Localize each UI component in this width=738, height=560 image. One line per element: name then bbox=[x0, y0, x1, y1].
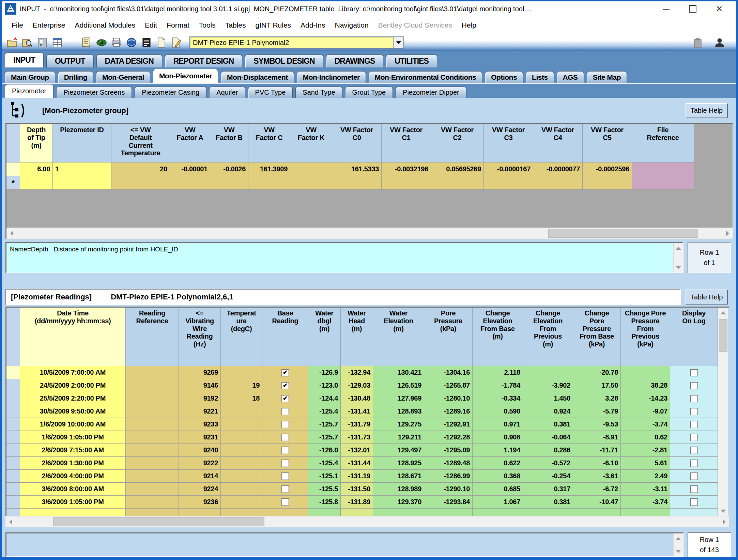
readings-cell-change-pore-pressure-from-base[interactable]: 17.50 bbox=[573, 379, 621, 392]
group-cell-vw-factor-a[interactable]: -0.00001 bbox=[170, 162, 210, 176]
preview-icon[interactable] bbox=[95, 36, 108, 49]
readings-cell-pore-pressure[interactable]: -1289.16 bbox=[424, 405, 473, 418]
readings-cell-change-elevation-from-previous[interactable] bbox=[523, 509, 573, 516]
readings-cell-change-pore-pressure-from-previous[interactable] bbox=[621, 366, 670, 379]
readings-cell-water-head[interactable]: -131.73 bbox=[341, 431, 373, 444]
group-cell-piezometer-id[interactable]: 1 bbox=[53, 162, 111, 176]
group-tab-drilling[interactable]: Drilling bbox=[58, 71, 93, 83]
combobox-dropdown-icon[interactable] bbox=[393, 37, 403, 48]
readings-cell-change-pore-pressure-from-base[interactable]: -20.78 bbox=[573, 366, 621, 379]
readings-cell-date-time[interactable]: 3/6/2009 1:05:00 PM bbox=[20, 496, 126, 509]
readings-cell-pore-pressure[interactable]: -1292.28 bbox=[424, 431, 473, 444]
readings-cell-vibrating-wire-reading[interactable]: 9236 bbox=[179, 496, 221, 509]
group-cell-vw-factor-c0[interactable] bbox=[332, 176, 382, 190]
readings-cell-water-elevation[interactable]: 128.989 bbox=[373, 483, 424, 496]
menu-file[interactable]: File bbox=[7, 19, 28, 31]
group-cell-vw-factor-c5[interactable] bbox=[583, 176, 632, 190]
readings-cell-date-time[interactable]: 30/5/2009 9:50:00 AM bbox=[20, 405, 126, 418]
readings-cell-water-head[interactable] bbox=[341, 509, 373, 516]
report-selector-combobox[interactable]: DMT-Piezo EPIE-1 Polynomial2 bbox=[189, 36, 404, 49]
readings-cell-change-pore-pressure-from-base[interactable]: -3.61 bbox=[573, 470, 621, 483]
readings-cell-change-pore-pressure-from-previous[interactable]: -9.07 bbox=[621, 405, 670, 418]
readings-cell-water-dbgl[interactable]: -124.4 bbox=[308, 392, 341, 405]
readings-cell-change-pore-pressure-from-base[interactable]: -9.53 bbox=[573, 418, 621, 431]
scroll-up-icon[interactable] bbox=[718, 308, 728, 318]
readings-cell-water-dbgl[interactable]: -125.4 bbox=[308, 405, 341, 418]
readings-cell-vibrating-wire-reading[interactable]: 9269 bbox=[179, 366, 221, 379]
readings-row-9-selector[interactable] bbox=[6, 470, 20, 483]
base-reading-checkbox[interactable] bbox=[281, 447, 289, 454]
scroll-down-icon[interactable] bbox=[674, 546, 683, 556]
group-cell-vw-default-current-temperature[interactable] bbox=[111, 176, 170, 190]
readings-cell-pore-pressure[interactable]: -1290.10 bbox=[424, 483, 473, 496]
readings-col-date-time[interactable]: Date Time (dd/mm/yyyy hh:mm:ss) bbox=[20, 308, 126, 366]
group-col-vw-factor-c1[interactable]: VW Factor C1 bbox=[382, 124, 431, 162]
group-cell-depth-of-tip[interactable]: 6.00 bbox=[20, 162, 53, 176]
readings-cell-water-head[interactable]: -131.79 bbox=[341, 418, 373, 431]
readings-cell-display-on-log[interactable] bbox=[670, 457, 718, 470]
group-cell-vw-factor-c[interactable]: 161.3909 bbox=[248, 162, 290, 176]
table-tab-sand-type[interactable]: Sand Type bbox=[295, 87, 342, 98]
readings-cell-water-dbgl[interactable]: -126.9 bbox=[308, 366, 341, 379]
view-tab-report-design[interactable]: REPORT DESIGN bbox=[165, 55, 242, 67]
readings-col-water-head[interactable]: Water Head (m) bbox=[341, 308, 373, 366]
readings-cell-base-reading[interactable] bbox=[262, 496, 308, 509]
menu-additional-modules[interactable]: Additional Modules bbox=[70, 19, 140, 31]
group-cell-vw-factor-b[interactable]: -0.0026 bbox=[210, 162, 248, 176]
readings-cell-change-pore-pressure-from-base[interactable]: -6.72 bbox=[573, 483, 621, 496]
group-col-vw-factor-a[interactable]: VW Factor A bbox=[170, 124, 210, 162]
readings-cell-change-pore-pressure-from-previous[interactable] bbox=[621, 509, 670, 516]
readings-cell-temperature[interactable] bbox=[221, 457, 262, 470]
maximize-button[interactable] bbox=[687, 3, 698, 15]
export-icon[interactable] bbox=[35, 36, 49, 49]
group-cell-piezometer-id[interactable] bbox=[53, 176, 111, 190]
readings-cell-reading-reference[interactable] bbox=[126, 457, 179, 470]
readings-cell-pore-pressure[interactable]: -1280.10 bbox=[424, 392, 473, 405]
window-grid-icon[interactable] bbox=[50, 36, 64, 49]
readings-row-1-selector[interactable] bbox=[6, 366, 20, 379]
readings-cell-date-time[interactable]: 2/6/2009 7:15:00 AM bbox=[20, 444, 126, 457]
readings-cell-change-pore-pressure-from-previous[interactable]: 38.28 bbox=[621, 379, 670, 392]
readings-cell-reading-reference[interactable] bbox=[126, 379, 179, 392]
upper-hscroll-thumb[interactable] bbox=[548, 229, 698, 238]
base-reading-checkbox[interactable] bbox=[281, 369, 289, 376]
display-on-log-checkbox[interactable] bbox=[690, 460, 698, 467]
group-tab-mon-displacement[interactable]: Mon-Displacement bbox=[221, 71, 294, 83]
menu-format[interactable]: Format bbox=[162, 19, 194, 31]
readings-row-6-selector[interactable] bbox=[6, 431, 20, 444]
readings-cell-display-on-log[interactable] bbox=[670, 431, 718, 444]
view-tab-drawings[interactable]: DRAWINGS bbox=[326, 55, 384, 67]
group-corner-cell[interactable] bbox=[6, 124, 20, 162]
readings-col-change-elevation-from-previous[interactable]: Change Elevation From Previous (m) bbox=[523, 308, 573, 366]
menu-tools[interactable]: Tools bbox=[194, 19, 220, 31]
menu-bentley-cloud-services[interactable]: Bentley Cloud Services bbox=[373, 19, 457, 31]
readings-cell-change-elevation-from-base[interactable]: -1.784 bbox=[473, 379, 523, 392]
scroll-up-icon[interactable] bbox=[674, 533, 683, 544]
open-project-icon[interactable] bbox=[5, 36, 19, 49]
readings-cell-display-on-log[interactable] bbox=[670, 405, 718, 418]
readings-row-7-selector[interactable] bbox=[6, 444, 20, 457]
readings-cell-base-reading[interactable] bbox=[262, 418, 308, 431]
base-reading-checkbox[interactable] bbox=[281, 460, 289, 467]
readings-cell-water-head[interactable]: -131.89 bbox=[341, 496, 373, 509]
readings-cell-display-on-log[interactable] bbox=[670, 509, 718, 516]
base-reading-checkbox[interactable] bbox=[281, 395, 289, 402]
readings-cell-date-time[interactable] bbox=[20, 509, 126, 516]
find-icon[interactable] bbox=[20, 36, 34, 49]
readings-cell-temperature[interactable]: 18 bbox=[221, 392, 262, 405]
readings-cell-change-pore-pressure-from-previous[interactable]: -3.11 bbox=[621, 483, 670, 496]
group-cell-vw-factor-a[interactable] bbox=[170, 176, 210, 190]
readings-cell-vibrating-wire-reading[interactable]: 9224 bbox=[179, 483, 221, 496]
readings-cell-water-elevation[interactable]: 129.211 bbox=[373, 431, 424, 444]
readings-row-2-selector[interactable] bbox=[6, 379, 20, 392]
table-help-button-lower[interactable]: Table Help bbox=[686, 290, 728, 305]
table-tab-piezometer-dipper[interactable]: Piezometer Dipper bbox=[396, 87, 466, 98]
readings-cell-change-pore-pressure-from-base[interactable]: 3.28 bbox=[573, 392, 621, 405]
display-on-log-checkbox[interactable] bbox=[690, 395, 698, 402]
menu-navigation[interactable]: Navigation bbox=[330, 19, 373, 31]
readings-cell-reading-reference[interactable] bbox=[126, 444, 179, 457]
readings-cell-date-time[interactable]: 3/6/2009 8:00:00 AM bbox=[20, 483, 126, 496]
readings-col-change-pore-pressure-from-base[interactable]: Change Pore Pressure From Base (kPa) bbox=[573, 308, 621, 366]
group-tab-main-group[interactable]: Main Group bbox=[5, 71, 55, 83]
readings-cell-display-on-log[interactable] bbox=[670, 470, 718, 483]
